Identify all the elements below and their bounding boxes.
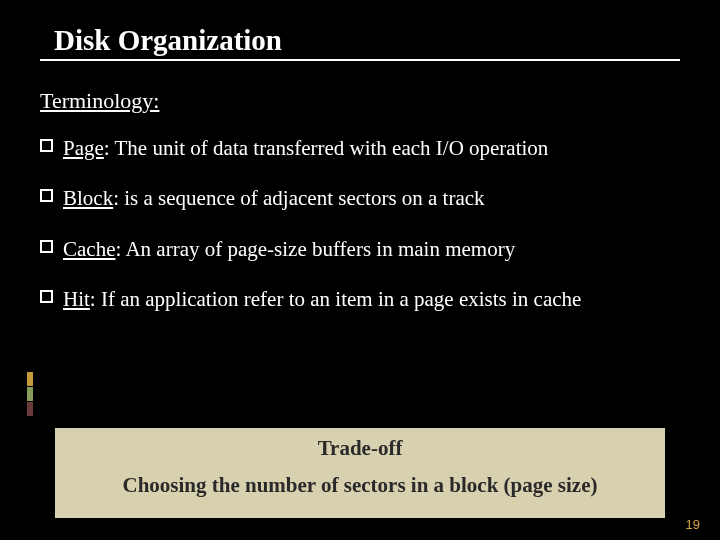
bullet-item-block: Block: is a sequence of adjacent sectors…	[40, 184, 680, 212]
terminology-heading: Terminology:	[40, 88, 680, 114]
bullet-item-cache: Cache: An array of page-size buffers in …	[40, 235, 680, 263]
bullet-def: : is a sequence of adjacent sectors on a…	[113, 186, 484, 210]
bullet-def: : If an application refer to an item in …	[90, 287, 582, 311]
square-bullet-icon	[40, 240, 53, 253]
stripe	[27, 402, 33, 416]
tradeoff-heading: Trade-off	[69, 436, 651, 461]
stripe	[27, 372, 33, 386]
accent-stripes-icon	[27, 372, 33, 417]
bullet-term: Hit	[63, 287, 90, 311]
square-bullet-icon	[40, 189, 53, 202]
bullet-text: Hit: If an application refer to an item …	[63, 285, 680, 313]
slide-title: Disk Organization	[54, 24, 282, 56]
bullet-def: : An array of page-size buffers in main …	[115, 237, 515, 261]
tradeoff-box: Trade-off Choosing the number of sectors…	[55, 428, 665, 518]
title-marker-icon	[40, 26, 48, 56]
square-bullet-icon	[40, 139, 53, 152]
slide: Disk Organization Terminology: Page: The…	[0, 0, 720, 540]
title-bar: Disk Organization	[40, 24, 680, 61]
tradeoff-body: Choosing the number of sectors in a bloc…	[69, 473, 651, 498]
title-underline	[40, 59, 680, 61]
bullet-item-hit: Hit: If an application refer to an item …	[40, 285, 680, 313]
bullet-list: Page: The unit of data transferred with …	[40, 134, 680, 313]
bullet-text: Page: The unit of data transferred with …	[63, 134, 680, 162]
bullet-term: Cache	[63, 237, 115, 261]
bullet-text: Block: is a sequence of adjacent sectors…	[63, 184, 680, 212]
bullet-term: Page	[63, 136, 104, 160]
bullet-text: Cache: An array of page-size buffers in …	[63, 235, 680, 263]
page-number: 19	[686, 517, 700, 532]
stripe	[27, 387, 33, 401]
bullet-def: : The unit of data transferred with each…	[104, 136, 549, 160]
bullet-term: Block	[63, 186, 113, 210]
bullet-item-page: Page: The unit of data transferred with …	[40, 134, 680, 162]
content-area: Terminology: Page: The unit of data tran…	[40, 88, 680, 335]
square-bullet-icon	[40, 290, 53, 303]
